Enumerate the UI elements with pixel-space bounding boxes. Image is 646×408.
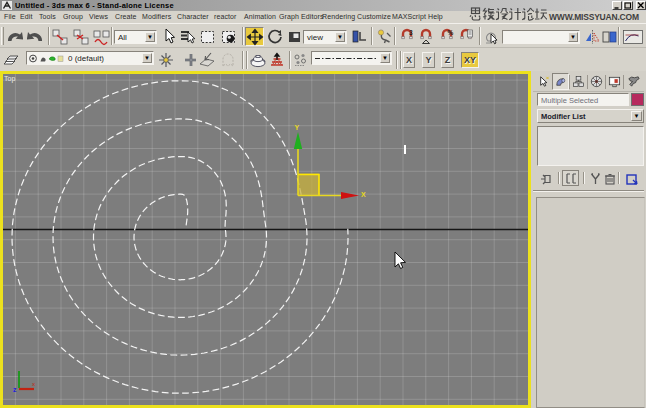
svg-text:Top: Top	[4, 75, 15, 83]
svg-text:z: z	[13, 386, 17, 393]
svg-text:X: X	[361, 191, 366, 198]
svg-text:x: x	[32, 381, 35, 387]
svg-text:Y: Y	[295, 124, 300, 131]
svg-text:%: %	[448, 29, 454, 36]
svg-text:3: 3	[409, 29, 413, 36]
